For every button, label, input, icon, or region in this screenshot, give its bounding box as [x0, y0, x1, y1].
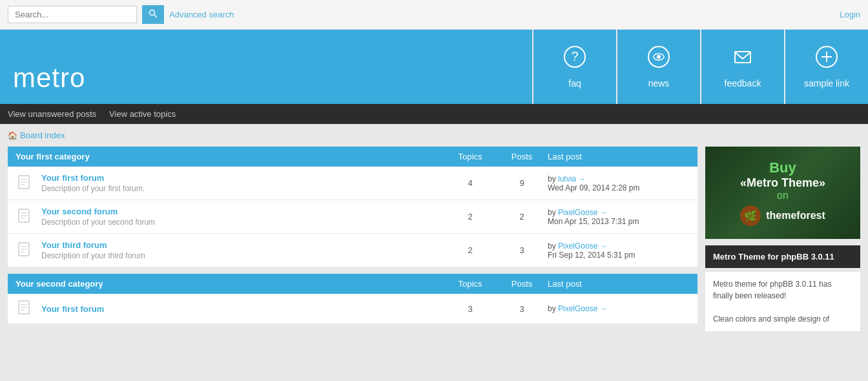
forum-topics-1: 4: [444, 178, 496, 188]
forum-lastpost-3: by PixelGoose → Fri Sep 12, 2014 5:31 pm: [548, 242, 690, 260]
lastpost-col-header-2: Last post: [548, 279, 690, 289]
svg-point-6: [657, 55, 661, 59]
home-icon: 🏠: [8, 131, 17, 140]
themeforest-logo: 🌿: [740, 205, 761, 226]
search-area: Advanced search: [8, 5, 234, 24]
sidebar-text-1: Metro theme for phpBB 3.0.11 has finally…: [713, 278, 852, 302]
advanced-search-link[interactable]: Advanced search: [169, 10, 234, 19]
sidebar-ad: Buy «Metro Theme» on 🌿 themeforest: [705, 147, 860, 239]
forum-desc-2: Description of your second forum: [41, 218, 444, 227]
topics-col-header-2: Topics: [444, 279, 496, 289]
lastpost-col-header-1: Last post: [548, 152, 690, 161]
nav-unanswered[interactable]: View unanswered posts: [8, 109, 96, 119]
sidebar-text-2: Clean colors and simple design of: [713, 313, 852, 325]
forum-icon-3: [16, 242, 35, 259]
lastpost-author-4[interactable]: PixelGoose: [558, 304, 597, 313]
forum-icon-1: [16, 175, 35, 192]
svg-rect-7: [735, 52, 750, 63]
sidebar-on-text: on: [718, 190, 847, 201]
svg-line-1: [154, 15, 157, 17]
category-title-1: Your first category: [16, 152, 444, 161]
sidebar-info-text: Metro theme for phpBB 3.0.11 has finally…: [705, 272, 860, 331]
sidebar-buy-text: Buy: [718, 160, 847, 176]
forum-lastpost-4: by PixelGoose →: [548, 304, 690, 313]
forum-info-1: Your first forum Description of your fir…: [41, 173, 444, 193]
sample-link-icon: [815, 45, 838, 73]
hero-logo: metro: [0, 30, 532, 104]
forum-topics-4: 3: [444, 304, 496, 314]
forum-info-3: Your third forum Description of your thi…: [41, 240, 444, 260]
category-title-2: Your second category: [16, 279, 444, 289]
hero-area: metro ? faq news: [0, 30, 868, 104]
forum-info-4: Your first forum: [41, 304, 444, 314]
lastpost-author-1[interactable]: lutvia: [558, 174, 576, 183]
forum-area: Your first category Topics Posts Last po…: [8, 147, 698, 331]
category-block-2: Your second category Topics Posts Last p…: [8, 274, 698, 324]
faq-icon: ?: [563, 45, 586, 73]
forum-icon-2: [16, 209, 35, 225]
login-link[interactable]: Login: [840, 10, 860, 19]
lastpost-date-1: Wed Apr 09, 2014 2:28 pm: [548, 183, 640, 192]
forum-desc-3: Description of your third forum: [41, 251, 444, 260]
forum-row-3: Your third forum Description of your thi…: [8, 234, 698, 267]
breadcrumb: 🏠 Board index: [0, 124, 868, 147]
sidebar-theme-text: «Metro Theme»: [718, 176, 847, 190]
lastpost-date-3: Fri Sep 12, 2014 5:31 pm: [548, 251, 635, 260]
svg-point-0: [150, 10, 155, 15]
category-header-1: Your first category Topics Posts Last po…: [8, 147, 698, 167]
forum-posts-3: 3: [496, 245, 548, 255]
forum-posts-4: 3: [496, 304, 548, 314]
search-input[interactable]: [8, 6, 137, 23]
forum-row-4: Your first forum 3 3 by PixelGoose →: [8, 294, 698, 324]
posts-col-header-1: Posts: [496, 152, 548, 161]
sidebar-info-title: Metro Theme for phpBB 3.0.11: [705, 245, 860, 268]
main-layout: Your first category Topics Posts Last po…: [0, 147, 868, 339]
lastpost-author-3[interactable]: PixelGoose: [558, 242, 597, 251]
forum-desc-1: Description of your first forum.: [41, 184, 444, 193]
nav-active-topics[interactable]: View active topics: [109, 109, 176, 119]
forum-row-2: Your second forum Description of your se…: [8, 200, 698, 234]
board-index-link[interactable]: Board index: [20, 130, 65, 140]
forum-title-4[interactable]: Your first forum: [41, 304, 104, 314]
forum-row-1: Your first forum Description of your fir…: [8, 167, 698, 200]
news-icon: [647, 45, 670, 73]
forum-title-2[interactable]: Your second forum: [41, 207, 118, 216]
lastpost-author-2[interactable]: PixelGoose: [558, 208, 597, 217]
faq-label: faq: [568, 78, 581, 88]
topics-col-header-1: Topics: [444, 152, 496, 161]
category-header-2: Your second category Topics Posts Last p…: [8, 274, 698, 294]
sidebar: Buy «Metro Theme» on 🌿 themeforest Metro…: [705, 147, 860, 331]
sidebar-tf-area: 🌿 themeforest: [718, 205, 847, 226]
sample-link-label: sample link: [804, 78, 849, 88]
logo-text: metro: [13, 63, 85, 94]
forum-topics-2: 2: [444, 212, 496, 221]
forum-title-1[interactable]: Your first forum: [41, 173, 104, 183]
forum-title-3[interactable]: Your third forum: [41, 240, 107, 250]
lastpost-date-2: Mon Apr 15, 2013 7:31 pm: [548, 217, 639, 226]
hero-tiles: ? faq news feedback: [532, 30, 868, 104]
news-label: news: [648, 78, 670, 88]
tile-faq[interactable]: ? faq: [532, 30, 616, 104]
top-bar: Advanced search Login: [0, 0, 868, 30]
forum-lastpost-1: by lutvia → Wed Apr 09, 2014 2:28 pm: [548, 174, 690, 192]
feedback-icon: [731, 45, 754, 73]
themeforest-name: themeforest: [766, 210, 825, 221]
forum-posts-2: 2: [496, 212, 548, 221]
feedback-label: feedback: [725, 78, 761, 88]
search-button[interactable]: [142, 5, 164, 24]
forum-icon-4: [16, 300, 35, 317]
forum-posts-1: 9: [496, 178, 548, 188]
forum-info-2: Your second forum Description of your se…: [41, 207, 444, 227]
nav-bar: View unanswered posts View active topics: [0, 104, 868, 124]
tile-feedback[interactable]: feedback: [700, 30, 784, 104]
category-block-1: Your first category Topics Posts Last po…: [8, 147, 698, 267]
forum-topics-3: 2: [444, 245, 496, 255]
posts-col-header-2: Posts: [496, 279, 548, 289]
svg-text:?: ?: [571, 49, 578, 63]
forum-lastpost-2: by PixelGoose → Mon Apr 15, 2013 7:31 pm: [548, 208, 690, 226]
tile-news[interactable]: news: [616, 30, 700, 104]
tile-sample-link[interactable]: sample link: [784, 30, 868, 104]
